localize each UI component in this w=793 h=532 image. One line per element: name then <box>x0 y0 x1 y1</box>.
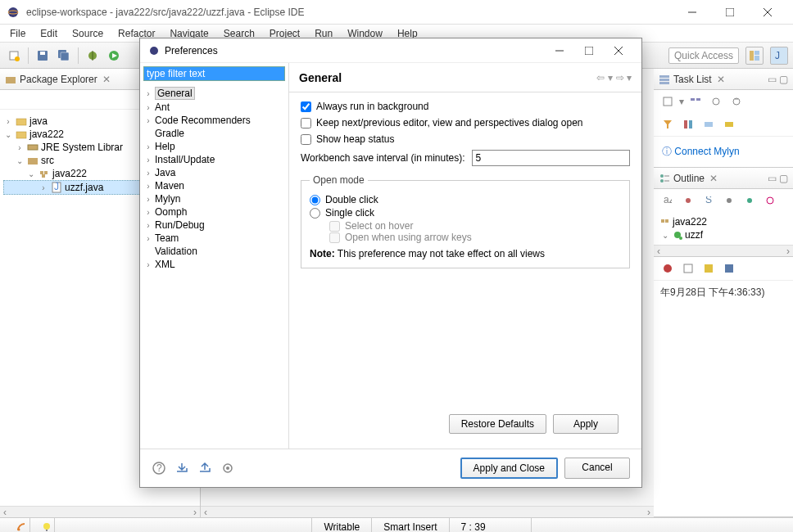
sync-icon[interactable] <box>727 92 745 110</box>
run-button[interactable] <box>105 47 123 65</box>
close-icon[interactable]: ✕ <box>717 74 725 85</box>
apply-and-close-button[interactable]: Apply and Close <box>460 458 558 479</box>
feed-icon[interactable] <box>16 522 26 532</box>
hide-static-icon[interactable]: S <box>700 192 718 210</box>
svg-point-67 <box>150 47 158 55</box>
svg-rect-29 <box>44 171 48 174</box>
pref-tree-item-code-recommenders[interactable]: ›Code Recommenders <box>140 114 288 127</box>
pref-tree-item-xml[interactable]: ›XML <box>140 258 288 271</box>
new-task-icon[interactable] <box>659 92 677 110</box>
pref-tree-item-java[interactable]: ›Java <box>140 166 288 179</box>
java-perspective-button[interactable]: J <box>770 47 788 65</box>
double-click-radio[interactable]: Double click <box>310 194 621 205</box>
menu-file[interactable]: File <box>3 26 32 41</box>
save-all-button[interactable] <box>55 47 73 65</box>
window-maximize-button[interactable] <box>711 0 749 25</box>
menu-edit[interactable]: Edit <box>34 26 64 41</box>
restore-defaults-button[interactable]: Restore Defaults <box>449 414 546 434</box>
svg-point-59 <box>679 237 682 240</box>
back-icon[interactable]: ⇦ ▾ <box>596 72 612 83</box>
always-run-checkbox[interactable]: Always run in background <box>301 101 630 112</box>
pref-tree-item-validation[interactable]: Validation <box>140 245 288 258</box>
menu-source[interactable]: Source <box>66 26 110 41</box>
pref-tree-item-mylyn[interactable]: ›Mylyn <box>140 192 288 205</box>
dialog-maximize-button[interactable] <box>574 40 604 61</box>
svg-rect-3 <box>726 8 734 16</box>
dialog-minimize-button[interactable] <box>545 40 574 61</box>
right-panel: Task List ✕ ▭ ▢ ▾ ⓘ Connect Mylyn <box>654 69 793 517</box>
open-perspective-button[interactable] <box>745 47 764 65</box>
problems-icon[interactable] <box>659 259 677 277</box>
pref-tree-item-oomph[interactable]: ›Oomph <box>140 205 288 219</box>
console-icon[interactable] <box>720 259 738 277</box>
svg-rect-38 <box>696 98 700 101</box>
help-icon[interactable]: ? <box>152 461 166 476</box>
pref-tree-item-maven[interactable]: ›Maven <box>140 179 288 192</box>
svg-point-55 <box>767 197 773 204</box>
svg-text:J: J <box>775 50 780 61</box>
tip-icon[interactable] <box>42 522 52 532</box>
pref-tree-item-team[interactable]: ›Team <box>140 232 288 245</box>
hide-nonpublic-icon[interactable] <box>720 192 738 210</box>
new-button[interactable] <box>5 47 23 65</box>
focus-task-icon[interactable] <box>761 192 779 210</box>
outline-icon <box>659 173 670 184</box>
pref-tree-item-gradle[interactable]: Gradle <box>140 127 288 140</box>
hide-local-icon[interactable] <box>741 192 759 210</box>
connect-mylyn-link[interactable]: Connect Mylyn <box>674 146 739 157</box>
pref-tree-item-general[interactable]: ›General <box>140 86 288 101</box>
dialog-close-button[interactable] <box>604 40 633 61</box>
task-list-title: Task List <box>673 74 712 85</box>
select-on-hover-checkbox: Select on hover <box>329 220 621 232</box>
declaration-icon[interactable] <box>700 259 718 277</box>
svg-marker-41 <box>664 120 672 128</box>
pref-tree-item-install-update[interactable]: ›Install/Update <box>140 153 288 166</box>
hide-icon[interactable] <box>700 115 718 133</box>
note-text: This preference may not take effect on a… <box>338 248 545 259</box>
export-icon[interactable] <box>197 461 212 476</box>
svg-rect-37 <box>691 98 695 101</box>
cancel-button[interactable]: Cancel <box>564 458 630 479</box>
close-icon[interactable]: ✕ <box>102 74 111 85</box>
javadoc-icon[interactable] <box>679 259 697 277</box>
outline-item-package[interactable]: java222 <box>660 215 786 228</box>
focus-icon[interactable] <box>707 92 725 110</box>
outline-item-class[interactable]: ⌄uzzf <box>660 228 786 241</box>
close-icon[interactable]: ✕ <box>709 173 718 184</box>
status-position: 7 : 39 <box>449 518 531 532</box>
svg-point-65 <box>43 523 50 530</box>
heap-status-checkbox[interactable]: Show heap status <box>301 133 630 145</box>
import-icon[interactable] <box>174 461 189 476</box>
filter-text-input[interactable] <box>143 66 285 81</box>
svg-rect-24 <box>16 119 26 125</box>
svg-rect-63 <box>725 264 733 273</box>
quick-access-input[interactable]: Quick Access <box>668 47 739 64</box>
apply-button[interactable]: Apply <box>553 414 619 434</box>
note-label: Note: <box>310 248 335 259</box>
save-button[interactable] <box>34 47 52 65</box>
collapse-icon[interactable] <box>720 115 738 133</box>
save-interval-input[interactable] <box>472 150 630 166</box>
filter-icon[interactable] <box>659 115 677 133</box>
forward-icon[interactable]: ⇨ ▾ <box>616 72 632 83</box>
minimize-view-icon[interactable]: ▭ ▢ <box>768 74 788 85</box>
pref-tree-item-ant[interactable]: ›Ant <box>140 101 288 114</box>
debug-button[interactable] <box>84 47 102 65</box>
presentation-icon[interactable] <box>679 115 697 133</box>
preferences-tree[interactable]: ›General›Ant›Code RecommendersGradle›Hel… <box>140 84 288 449</box>
status-insert: Smart Insert <box>371 518 448 532</box>
hide-fields-icon[interactable] <box>679 192 697 210</box>
svg-rect-27 <box>28 158 38 165</box>
pref-tree-item-run-debug[interactable]: ›Run/Debug <box>140 219 288 232</box>
window-minimize-button[interactable] <box>673 0 711 25</box>
svg-rect-43 <box>689 120 692 128</box>
oomph-icon[interactable] <box>220 461 235 476</box>
minimize-view-icon[interactable]: ▭ ▢ <box>768 173 788 184</box>
single-click-radio[interactable]: Single click <box>310 207 621 219</box>
svg-point-0 <box>8 7 18 17</box>
keep-next-checkbox[interactable]: Keep next/previous editor, view and pers… <box>301 117 630 128</box>
sort-icon[interactable]: aZ <box>659 192 677 210</box>
window-close-button[interactable] <box>749 0 786 25</box>
categorize-icon[interactable] <box>687 92 705 110</box>
pref-tree-item-help[interactable]: ›Help <box>140 140 288 153</box>
